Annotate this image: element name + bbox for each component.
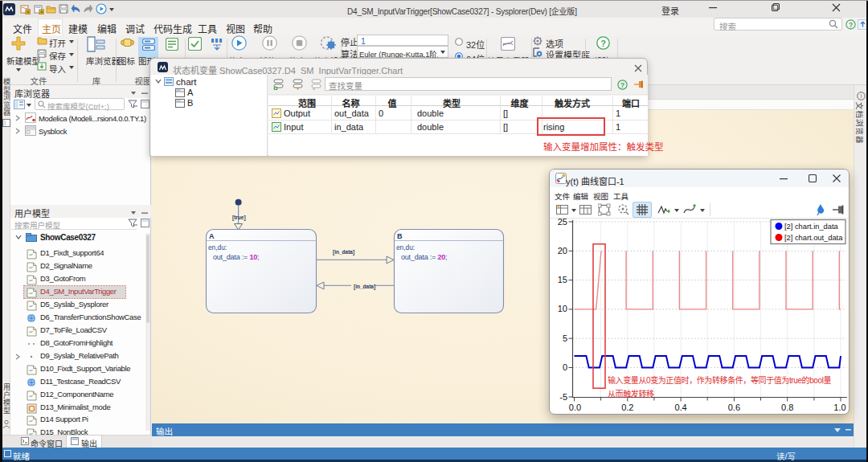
svg-text:A: A [209, 232, 215, 240]
svg-text:?: ? [620, 81, 625, 89]
svg-text:[in_data]: [in_data] [354, 284, 375, 290]
svg-text:0: 0 [563, 362, 567, 372]
svg-text:从而触发转移: 从而触发转移 [608, 389, 654, 399]
svg-text:[2] chart.out_data: [2] chart.out_data [784, 234, 843, 242]
svg-text:10: 10 [558, 304, 567, 313]
svg-text:-5: -5 [559, 392, 567, 402]
svg-text:0.0: 0.0 [569, 403, 581, 412]
svg-text:[true]: [true] [232, 215, 246, 221]
svg-text:out_data := 10;: out_data := 10; [213, 253, 259, 261]
svg-text:out_data := 20;: out_data := 20; [401, 253, 447, 261]
svg-text:0.8: 0.8 [781, 403, 793, 412]
svg-text:en,du:: en,du: [208, 243, 227, 251]
svg-text:0.4: 0.4 [674, 403, 686, 412]
svg-text:?: ? [600, 39, 606, 48]
svg-text:en,du:: en,du: [396, 243, 415, 251]
svg-text:15: 15 [558, 275, 567, 284]
svg-text:20: 20 [558, 246, 567, 256]
svg-text:0.2: 0.2 [621, 403, 633, 412]
svg-text:[in_data]: [in_data] [333, 249, 354, 256]
svg-text:输入变量从0变为正值时，作为转移条件，等同于值为true的b: 输入变量从0变为正值时，作为转移条件，等同于值为true的bool量 [608, 375, 831, 385]
svg-text:25: 25 [558, 219, 567, 227]
svg-text:1.0: 1.0 [833, 403, 845, 412]
svg-text:0.6: 0.6 [728, 403, 740, 412]
svg-text:?: ? [849, 21, 853, 29]
svg-text:5: 5 [563, 333, 567, 343]
svg-text:i: i [861, 93, 862, 99]
svg-text:[2] chart.in_data: [2] chart.in_data [784, 223, 839, 231]
svg-text:B: B [397, 232, 403, 240]
